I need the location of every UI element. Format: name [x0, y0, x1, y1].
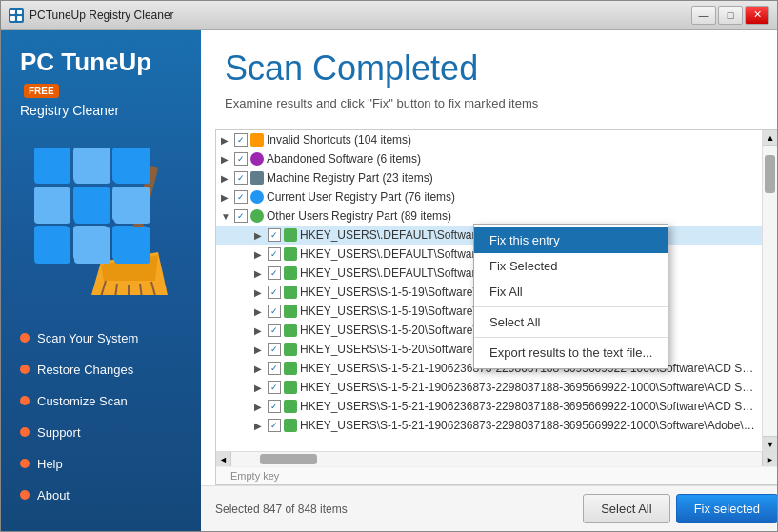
sidebar-item-about[interactable]: About — [10, 481, 191, 510]
sidebar-item-label-about: About — [37, 488, 70, 502]
sidebar-item-label-support: Support — [37, 425, 81, 440]
broom-graphic — [30, 143, 172, 295]
tile-1 — [34, 148, 70, 184]
reg-icon — [284, 400, 297, 413]
user-icon — [250, 190, 264, 204]
logo-title: PC TuneUp FREE — [20, 49, 182, 103]
expand-arrow-icon: ▶ — [221, 192, 232, 203]
machine-icon — [250, 171, 264, 185]
results-area: ▶✓Invalid Shortcuts (104 items)▶✓Abandon… — [215, 129, 777, 485]
tree-item[interactable]: ▶✓Abandoned Software (6 items) — [216, 149, 762, 168]
expand-arrow-icon: ▶ — [254, 364, 266, 374]
tree-item[interactable]: ▶✓Current User Registry Part (76 items) — [216, 187, 762, 207]
maximize-button[interactable]: □ — [718, 6, 743, 25]
expand-arrow-icon: ▶ — [254, 268, 266, 279]
svg-rect-0 — [10, 10, 15, 14]
checkbox-icon[interactable]: ✓ — [268, 228, 281, 242]
tree-item[interactable]: ▶✓Invalid Shortcuts (104 items) — [216, 130, 762, 149]
checkbox-icon[interactable]: ✓ — [234, 171, 248, 185]
expand-arrow-icon: ▶ — [254, 306, 266, 317]
sidebar-item-restore[interactable]: Restore Changes — [10, 355, 191, 384]
sidebar-nav: Scan Your System Restore Changes Customi… — [10, 324, 191, 512]
reg-icon — [284, 362, 297, 375]
sidebar-item-label-help: Help — [37, 457, 63, 471]
checkbox-icon[interactable]: ✓ — [234, 190, 248, 204]
tile-8 — [74, 227, 110, 264]
vertical-scrollbar[interactable]: ▲ ▼ — [762, 130, 777, 451]
scroll-track[interactable] — [763, 146, 777, 436]
checkbox-icon[interactable]: ✓ — [268, 419, 281, 432]
checkbox-icon[interactable]: ✓ — [268, 400, 281, 413]
expand-arrow-icon: ▶ — [254, 402, 266, 412]
checkbox-icon[interactable]: ✓ — [268, 343, 281, 356]
ctx-fix-all[interactable]: Fix All — [474, 279, 668, 305]
horiz-scroll-track[interactable] — [231, 452, 762, 466]
tile-4 — [34, 187, 70, 224]
checkbox-icon[interactable]: ✓ — [268, 286, 281, 299]
panel-header: Scan Completed Examine results and click… — [201, 30, 777, 120]
reg-icon — [284, 228, 297, 242]
expand-arrow-icon: ▶ — [221, 173, 232, 184]
tree-item[interactable]: ▶✓Machine Registry Part (23 items) — [216, 168, 762, 187]
tree-item-label: HKEY_USERS\S-1-5-19\Software\Poli — [300, 305, 495, 318]
svg-rect-3 — [17, 16, 22, 21]
tile-9 — [114, 227, 150, 264]
expand-arrow-icon: ▶ — [221, 135, 232, 146]
tree-item-label: Current User Registry Part (76 items) — [267, 190, 455, 204]
tree-item-label: HKEY_USERS\S-1-5-21-1906236873-229803718… — [300, 400, 757, 413]
window-title: PCTuneUp Registry Cleaner — [30, 9, 691, 22]
checkbox-icon[interactable]: ✓ — [268, 362, 281, 375]
sidebar-item-scan[interactable]: Scan Your System — [10, 324, 191, 353]
horizontal-scrollbar[interactable]: ◄ ► — [216, 451, 777, 466]
expand-arrow-icon: ▶ — [254, 421, 266, 431]
tree-item-label: HKEY_USERS\S-1-5-20\Software\Poli — [300, 343, 495, 356]
minimize-button[interactable]: — — [691, 6, 716, 25]
tree-item-label: HKEY_USERS\.DEFAULT\Software\W — [300, 266, 496, 280]
fix-selected-button[interactable]: Fix selected — [676, 494, 777, 523]
tree-item-label: HKEY_USERS\S-1-5-21-1906236873-229803718… — [300, 381, 757, 394]
checkbox-icon[interactable]: ✓ — [234, 209, 248, 223]
checkbox-icon[interactable]: ✓ — [268, 381, 281, 394]
checkbox-icon[interactable]: ✓ — [268, 324, 281, 337]
sidebar-item-label-customize: Customize Scan — [37, 394, 128, 408]
expand-arrow-icon: ▶ — [254, 230, 266, 241]
tree-item[interactable]: ▼✓Other Users Registry Part (89 items) — [216, 207, 762, 226]
ctx-separator — [474, 306, 668, 307]
nav-dot-support — [20, 427, 30, 437]
tile-6 — [114, 187, 150, 224]
right-panel: Scan Completed Examine results and click… — [201, 30, 777, 531]
close-button[interactable]: ✕ — [745, 6, 769, 25]
tile-3 — [114, 148, 150, 184]
ctx-fix-selected[interactable]: Fix Selected — [474, 253, 668, 279]
logo-area: PC TuneUp FREE Registry Cleaner — [10, 49, 191, 133]
sidebar-item-support[interactable]: Support — [10, 418, 191, 447]
tree-item[interactable]: ▶✓HKEY_USERS\S-1-5-21-1906236873-2298037… — [216, 416, 762, 435]
checkbox-icon[interactable]: ✓ — [268, 305, 281, 318]
tree-item[interactable]: ▶✓HKEY_USERS\S-1-5-21-1906236873-2298037… — [216, 378, 762, 397]
ctx-fix-this[interactable]: Fix this entry — [474, 227, 668, 253]
sidebar-item-help[interactable]: Help — [10, 449, 191, 479]
checkbox-icon[interactable]: ✓ — [268, 266, 281, 280]
tree-item-label: HKEY_USERS\.DEFAULT\Software\Po — [300, 228, 499, 242]
nav-dot-scan — [20, 333, 30, 343]
shortcuts-icon — [250, 133, 264, 147]
select-all-button[interactable]: Select All — [583, 494, 669, 523]
sidebar-item-customize[interactable]: Customize Scan — [10, 386, 191, 416]
reg-icon — [284, 266, 297, 280]
tile-5 — [74, 187, 110, 224]
checkbox-icon[interactable]: ✓ — [234, 152, 248, 166]
reg-icon — [284, 324, 297, 337]
nav-dot-customize — [20, 396, 30, 405]
panel-subtitle: Examine results and click "Fix" button t… — [225, 96, 768, 110]
logo-subtitle: Registry Cleaner — [20, 103, 182, 119]
context-menu: Fix this entry Fix Selected Fix All Sele… — [473, 224, 668, 369]
ctx-select-all[interactable]: Select All — [474, 309, 668, 335]
tree-item-label: Invalid Shortcuts (104 items) — [267, 133, 411, 147]
sidebar-item-label-restore: Restore Changes — [37, 363, 133, 377]
tree-item[interactable]: ▶✓HKEY_USERS\S-1-5-21-1906236873-2298037… — [216, 397, 762, 416]
checkbox-icon[interactable]: ✓ — [234, 133, 248, 147]
checkbox-icon[interactable]: ✓ — [268, 247, 281, 261]
scroll-thumb — [765, 155, 775, 193]
sidebar-item-label-scan: Scan Your System — [37, 331, 138, 345]
ctx-export[interactable]: Export results to the text file... — [474, 340, 668, 365]
